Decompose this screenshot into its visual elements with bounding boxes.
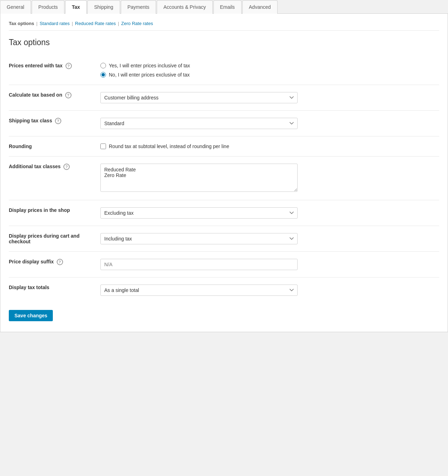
help-icon-calculate-tax[interactable]: ? — [65, 92, 71, 98]
row-additional-tax-classes: Additional tax classes ? Reduced Rate Ze… — [9, 157, 439, 200]
tab-advanced[interactable]: Advanced — [242, 0, 278, 14]
page-wrapper: General Products Tax Shipping Payments A… — [0, 0, 448, 332]
rounding-checkbox[interactable] — [100, 144, 106, 149]
shipping-tax-class-select[interactable]: Standard Reduced Rate Zero Rate — [100, 118, 298, 129]
label-rounding: Rounding — [9, 144, 32, 149]
label-prices-entered-with-tax: Prices entered with tax — [9, 63, 63, 68]
label-display-prices-cart: Display prices during cart and checkout — [9, 233, 80, 244]
radio-exclusive[interactable]: No, I will enter prices exclusive of tax — [100, 72, 439, 78]
help-icon-additional-tax[interactable]: ? — [63, 164, 70, 170]
content-area: Tax options | Standard rates | Reduced R… — [0, 14, 448, 332]
page-title: Tax options — [9, 38, 439, 47]
subnav-reduced-rate-rates[interactable]: Reduced Rate rates — [75, 21, 116, 26]
prices-tax-radio-group: Yes, I will enter prices inclusive of ta… — [100, 63, 439, 78]
subnav-current: Tax options — [9, 21, 34, 26]
help-icon-prices-tax[interactable]: ? — [66, 63, 72, 69]
subnav-sep-2: | — [72, 21, 73, 26]
row-prices-entered-with-tax: Prices entered with tax ? Yes, I will en… — [9, 56, 439, 85]
label-display-prices-shop: Display prices in the shop — [9, 207, 70, 213]
form-table: Prices entered with tax ? Yes, I will en… — [9, 56, 439, 303]
row-shipping-tax-class: Shipping tax class ? Standard Reduced Ra… — [9, 111, 439, 136]
tab-tax[interactable]: Tax — [65, 0, 87, 14]
help-icon-shipping-tax-class[interactable]: ? — [55, 118, 61, 124]
tab-emails[interactable]: Emails — [213, 0, 242, 14]
tabs-bar: General Products Tax Shipping Payments A… — [0, 0, 448, 14]
tab-payments[interactable]: Payments — [121, 0, 156, 14]
subnav-sep-3: | — [118, 21, 119, 26]
calculate-tax-select[interactable]: Customer billing address Customer shippi… — [100, 92, 298, 103]
row-price-display-suffix: Price display suffix ? — [9, 252, 439, 277]
radio-inclusive-input[interactable] — [100, 63, 106, 68]
label-price-display-suffix: Price display suffix — [9, 259, 54, 264]
radio-inclusive-label: Yes, I will enter prices inclusive of ta… — [109, 63, 190, 68]
sub-nav: Tax options | Standard rates | Reduced R… — [9, 21, 439, 31]
tab-shipping[interactable]: Shipping — [87, 0, 120, 14]
subnav-zero-rate-rates[interactable]: Zero Rate rates — [121, 21, 153, 26]
rounding-checkbox-label[interactable]: Round tax at subtotal level, instead of … — [100, 144, 439, 149]
radio-inclusive[interactable]: Yes, I will enter prices inclusive of ta… — [100, 63, 439, 68]
radio-exclusive-label: No, I will enter prices exclusive of tax — [109, 72, 190, 78]
row-calculate-tax-based-on: Calculate tax based on ? Customer billin… — [9, 85, 439, 111]
row-display-prices-shop: Display prices in the shop Excluding tax… — [9, 200, 439, 226]
label-calculate-tax: Calculate tax based on — [9, 92, 62, 98]
row-display-prices-cart: Display prices during cart and checkout … — [9, 226, 439, 252]
tab-accounts-privacy[interactable]: Accounts & Privacy — [157, 0, 213, 14]
row-display-tax-totals: Display tax totals As a single total Ite… — [9, 277, 439, 303]
label-additional-tax-classes: Additional tax classes — [9, 164, 61, 169]
additional-tax-classes-textarea[interactable]: Reduced Rate Zero Rate — [100, 164, 298, 192]
radio-exclusive-input[interactable] — [100, 72, 106, 78]
help-icon-price-suffix[interactable]: ? — [57, 259, 63, 265]
display-tax-totals-select[interactable]: As a single total Itemized — [100, 285, 298, 296]
save-changes-button[interactable]: Save changes — [9, 310, 53, 321]
display-prices-shop-select[interactable]: Excluding tax Including tax — [100, 207, 298, 219]
display-prices-cart-select[interactable]: Including tax Excluding tax — [100, 233, 298, 244]
price-display-suffix-input[interactable] — [100, 259, 298, 270]
tab-products[interactable]: Products — [32, 0, 64, 14]
label-display-tax-totals: Display tax totals — [9, 285, 49, 290]
subnav-standard-rates[interactable]: Standard rates — [39, 21, 69, 26]
label-shipping-tax-class: Shipping tax class — [9, 118, 52, 123]
tab-general[interactable]: General — [0, 0, 31, 14]
row-rounding: Rounding Round tax at subtotal level, in… — [9, 136, 439, 157]
rounding-checkbox-text: Round tax at subtotal level, instead of … — [109, 144, 229, 149]
subnav-sep-1: | — [36, 21, 37, 26]
